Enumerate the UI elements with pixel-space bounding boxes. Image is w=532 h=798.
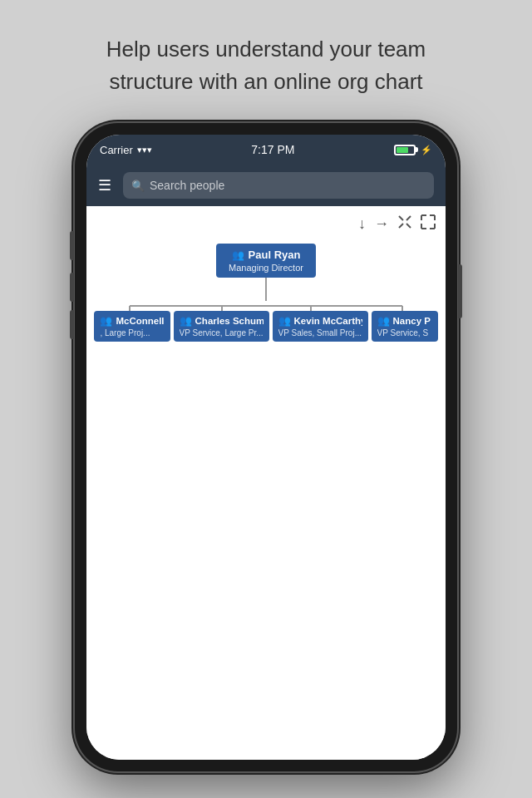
child-schumer[interactable]: 👥 Charles Schumer VP Service, Large Pr..… (174, 311, 269, 342)
child-mccarthy-wrapper: 👥 Kevin McCarthy VP Sales, Small Proj... (273, 311, 368, 342)
child-nancy-icon: 👥 (377, 315, 390, 327)
svg-line-0 (399, 216, 403, 220)
org-chart-area: ↓ → (86, 206, 446, 760)
root-node-icon: 👥 (232, 249, 244, 261)
org-chart: 👥 Paul Ryan Managing Director (86, 244, 446, 342)
status-bar: Carrier ▾▾▾ 7:17 PM ⚡ (86, 135, 446, 165)
search-bar[interactable]: 🔍 Search people (123, 172, 434, 199)
nav-bar: ☰ 🔍 Search people (86, 165, 446, 206)
child-schumer-name: 👥 Charles Schumer (180, 315, 264, 327)
expand-all-icon[interactable] (421, 214, 436, 234)
child-mccarthy-name: 👥 Kevin McCarthy (278, 315, 362, 327)
search-icon: 🔍 (131, 180, 145, 192)
child-mcconnell-wrapper: 👥 McConnell , Large Proj... (94, 311, 170, 342)
svg-line-1 (406, 216, 411, 220)
child-nancy-name: 👥 Nancy P (377, 315, 432, 327)
child-mcconnell[interactable]: 👥 McConnell , Large Proj... (94, 311, 170, 342)
battery-icon (394, 145, 416, 155)
charging-icon: ⚡ (421, 145, 432, 155)
phone-frame: Carrier ▾▾▾ 7:17 PM ⚡ ☰ 🔍 Search people (75, 123, 457, 771)
child-mcconnell-name: 👥 McConnell (100, 315, 164, 327)
carrier-text: Carrier (100, 144, 133, 156)
battery-fill (397, 147, 408, 153)
child-nancy[interactable]: 👥 Nancy P VP Service, S (372, 311, 438, 342)
children-row: 👥 McConnell , Large Proj... 👥 Charles Sc… (86, 311, 446, 342)
chart-toolbar: ↓ → (358, 214, 436, 234)
status-time: 7:17 PM (251, 143, 294, 156)
child-mccarthy[interactable]: 👥 Kevin McCarthy VP Sales, Small Proj... (273, 311, 368, 342)
hamburger-icon[interactable]: ☰ (98, 178, 111, 193)
root-node-title: Managing Director (224, 263, 308, 273)
child-nancy-wrapper: 👥 Nancy P VP Service, S (372, 311, 438, 342)
tagline-line1: Help users understand your team (106, 37, 426, 62)
tagline-line2: structure with an online org chart (109, 69, 422, 94)
child-mccarthy-title: VP Sales, Small Proj... (278, 328, 362, 337)
root-node-name: 👥 Paul Ryan (224, 249, 308, 261)
root-v-connector (265, 278, 267, 301)
tagline: Help users understand your team structur… (57, 33, 475, 98)
child-mccarthy-icon: 👥 (278, 315, 291, 327)
child-schumer-wrapper: 👥 Charles Schumer VP Service, Large Pr..… (174, 311, 269, 342)
child-mcconnell-icon: 👥 (100, 315, 112, 327)
child-schumer-title: VP Service, Large Pr... (180, 328, 264, 337)
wifi-icon: ▾▾▾ (137, 145, 152, 155)
child-nancy-title: VP Service, S (377, 328, 432, 337)
root-node-wrapper: 👥 Paul Ryan Managing Director (86, 244, 446, 278)
svg-line-3 (406, 224, 411, 228)
collapse-right-icon[interactable]: → (374, 215, 389, 233)
status-right: ⚡ (394, 145, 432, 155)
phone-screen: Carrier ▾▾▾ 7:17 PM ⚡ ☰ 🔍 Search people (86, 135, 446, 760)
root-node[interactable]: 👥 Paul Ryan Managing Director (216, 244, 316, 278)
collapse-all-icon[interactable] (397, 214, 412, 234)
collapse-down-icon[interactable]: ↓ (358, 215, 366, 233)
search-placeholder: Search people (150, 179, 224, 192)
child-mcconnell-title: , Large Proj... (100, 328, 164, 337)
carrier-area: Carrier ▾▾▾ (100, 144, 152, 156)
child-schumer-icon: 👥 (180, 315, 192, 327)
svg-line-2 (399, 224, 403, 228)
h-connector-svg (86, 301, 446, 311)
